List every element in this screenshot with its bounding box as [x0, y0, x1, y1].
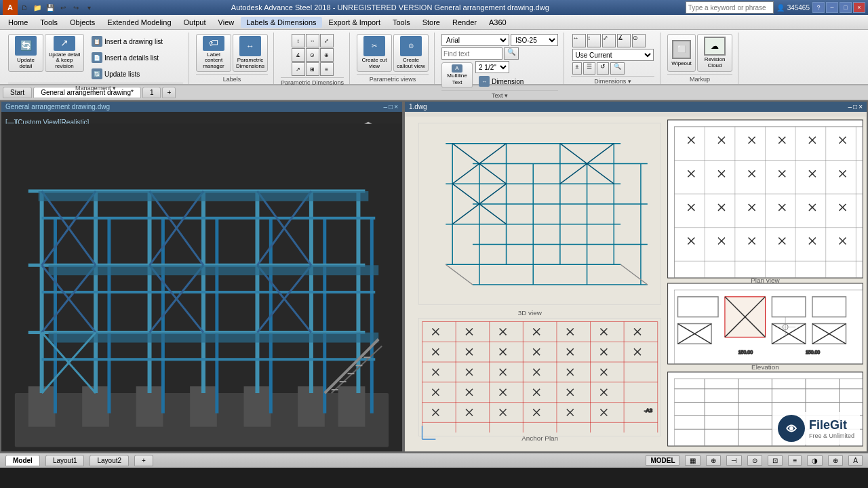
dim-style-select[interactable]: Use Current: [572, 49, 654, 61]
window-title: Autodesk Advance Steel 2018 - UNREGISTER…: [95, 3, 686, 12]
param-dim-7[interactable]: ↗: [292, 62, 305, 76]
menu-tools2[interactable]: Tools: [387, 17, 416, 28]
wipeout-btn[interactable]: ⬜ Wipeout: [667, 34, 696, 72]
help-btn[interactable]: ?: [812, 2, 825, 13]
vp-left-close[interactable]: ×: [394, 103, 398, 110]
param-dim-9[interactable]: ≡: [320, 62, 334, 76]
param-dim-5[interactable]: ⊙: [306, 48, 319, 62]
undo-btn[interactable]: ↩: [57, 1, 69, 14]
ortho-btn[interactable]: ⊣: [726, 455, 742, 466]
menu-labels-dimensions[interactable]: Labels & Dimensions: [241, 17, 321, 28]
menu-tools[interactable]: Tools: [35, 17, 63, 28]
param-dim-3[interactable]: ⤢: [320, 34, 334, 47]
svg-text:150.00: 150.00: [738, 350, 753, 354]
menu-render[interactable]: Render: [447, 17, 482, 28]
labels-group: 🏷 Label content manager ↔ Parametric Dim…: [191, 33, 274, 84]
layout1-tab[interactable]: Layout1: [45, 455, 85, 466]
menu-export-import[interactable]: Export & Import: [323, 17, 386, 28]
dim-update-btn[interactable]: ↺: [597, 62, 609, 75]
text-group: Arial ISO-25 🔍 A Multiline Text: [436, 33, 564, 84]
3d-structure-viewport[interactable]: [1, 117, 402, 453]
main-content: General arrangement drawing.dwg – □ × [—…: [0, 100, 868, 453]
font-select[interactable]: Arial: [441, 34, 509, 46]
svg-text:150.00: 150.00: [806, 350, 820, 354]
label-content-manager-btn[interactable]: 🏷 Label content manager: [196, 34, 231, 72]
dim-style-icon-3[interactable]: ⤢: [602, 34, 616, 47]
save-btn[interactable]: 💾: [44, 1, 56, 14]
update-keep-revision-btn[interactable]: ↗ Update detail & keep revision: [45, 34, 84, 72]
dim-style-icon-4[interactable]: ∡: [617, 34, 631, 47]
osnap-btn[interactable]: ⊡: [768, 455, 783, 466]
find-text-input[interactable]: [441, 47, 502, 60]
more-btn[interactable]: ▾: [83, 1, 95, 14]
menu-home[interactable]: Home: [3, 17, 33, 28]
param-dim-1[interactable]: ↕: [292, 34, 305, 47]
polar-btn[interactable]: ⊙: [747, 455, 762, 466]
dim-style-icon-1[interactable]: ↔: [572, 34, 586, 47]
redo-btn[interactable]: ↪: [70, 1, 82, 14]
vp-left-minimize[interactable]: –: [384, 103, 388, 110]
annotation-scale-btn[interactable]: A: [848, 455, 863, 466]
sel-cycling-btn[interactable]: ⊕: [828, 455, 843, 466]
model-tab[interactable]: Model: [5, 455, 40, 466]
update-detail-btn[interactable]: 🔄 Update detail: [8, 34, 43, 72]
param-dim-2[interactable]: ↔: [306, 34, 319, 47]
add-layout-btn[interactable]: +: [134, 455, 153, 466]
dim-inspect-btn[interactable]: 🔍: [610, 62, 625, 75]
create-callout-view-btn[interactable]: ⊙ Create callout view: [393, 34, 429, 72]
style-select[interactable]: ISO-25: [511, 34, 558, 46]
model-label: MODEL: [646, 455, 679, 466]
param-dim-icon: ↔: [239, 36, 261, 56]
transparency-btn[interactable]: ◑: [807, 455, 823, 466]
menu-objects[interactable]: Objects: [64, 17, 100, 28]
search-input[interactable]: [686, 1, 774, 14]
vp-right-maximize[interactable]: □: [853, 103, 857, 110]
layout2-tab[interactable]: Layout2: [90, 455, 129, 466]
svg-point-269: [789, 426, 793, 430]
menu-output[interactable]: Output: [178, 17, 212, 28]
menu-view[interactable]: View: [213, 17, 240, 28]
snap-btn[interactable]: ⊕: [706, 455, 721, 466]
param-dim-8[interactable]: ⊞: [306, 62, 319, 76]
create-cut-view-btn[interactable]: ✂ Create cut view: [357, 34, 392, 72]
viewport-left-header: General arrangement drawing.dwg – □ ×: [1, 102, 402, 112]
open-btn[interactable]: 📁: [31, 1, 43, 14]
drawing-canvas[interactable]: 3D view: [405, 117, 867, 451]
vp-right-minimize[interactable]: –: [848, 103, 852, 110]
viewport-right: 1.dwg – □ ×: [403, 100, 868, 453]
grid-btn[interactable]: ▦: [685, 455, 701, 466]
multiline-text-btn[interactable]: A Multiline Text: [441, 62, 473, 88]
lineweight-btn[interactable]: ≡: [788, 455, 802, 466]
maximize-btn[interactable]: □: [840, 2, 852, 13]
dim-tolerance-btn[interactable]: ±: [572, 62, 583, 75]
update-lists-icon: 🔃: [92, 68, 102, 79]
new-btn[interactable]: 🗋: [18, 1, 31, 14]
dim-style-icon-2[interactable]: ↕: [587, 34, 601, 47]
dimension-btn[interactable]: ↔ Dimension: [475, 74, 527, 89]
revision-cloud-btn[interactable]: ☁ Revision Cloud: [697, 34, 732, 72]
dim-override-btn[interactable]: ☰: [583, 62, 595, 75]
minimize-btn[interactable]: –: [826, 2, 838, 13]
markup-label: Markup: [667, 74, 732, 83]
update-lists-btn[interactable]: 🔃 Update lists: [88, 66, 183, 81]
menu-a360[interactable]: A360: [484, 17, 512, 28]
insert-drawing-list-btn[interactable]: 📋 Insert a drawing list: [88, 34, 183, 49]
menu-store[interactable]: Store: [417, 17, 446, 28]
insert-details-list-btn[interactable]: 📄 Insert a details list: [88, 50, 183, 65]
vp-right-close[interactable]: ×: [859, 103, 863, 110]
param-dim-label: Parametric Dimensions: [281, 77, 344, 86]
close-btn[interactable]: ×: [853, 2, 865, 13]
param-dim-6[interactable]: ⊕: [320, 48, 334, 62]
text-size-select[interactable]: 2 1/2": [475, 61, 509, 73]
vp-left-maximize[interactable]: □: [389, 103, 393, 110]
svg-rect-46: [39, 191, 369, 201]
find-btn[interactable]: 🔍: [504, 47, 519, 60]
svg-rect-171: [419, 319, 661, 436]
app-icon[interactable]: A: [3, 0, 18, 15]
viewport-left-title: General arrangement drawing.dwg: [5, 103, 110, 110]
parametric-dimensions-btn[interactable]: ↔ Parametric Dimensions: [233, 34, 268, 72]
menu-extended-modeling[interactable]: Extended Modeling: [102, 17, 176, 28]
param-dim-4[interactable]: ∡: [292, 48, 305, 62]
dim-style-icon-5[interactable]: ⊙: [632, 34, 646, 47]
multiline-icon: A: [452, 64, 462, 73]
